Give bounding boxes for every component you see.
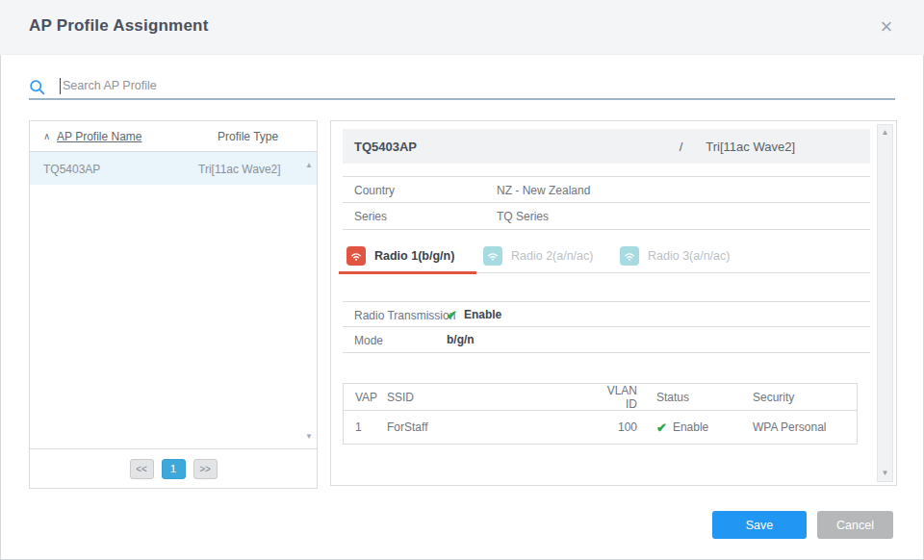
detail-title-bar: TQ5403AP / Tri[11ac Wave2] (343, 129, 870, 164)
pagination: << 1 >> (30, 448, 317, 488)
vap-cell: 1 (355, 420, 387, 434)
pagination-last-button[interactable]: >> (193, 459, 218, 479)
radio-setting-rows: Radio Transmission ✔ Enable Mode b/g/n (343, 301, 870, 353)
detail-info-rows: Country NZ - New Zealand Series TQ Serie… (343, 176, 870, 230)
column-header-vlan-id: VLAN ID (599, 384, 637, 411)
search-input[interactable] (63, 76, 852, 95)
check-icon: ✔ (656, 421, 667, 434)
search-icon (29, 79, 45, 99)
scroll-up-icon[interactable]: ▲ (882, 125, 889, 140)
vap-table-header: VAP SSID VLAN ID Status Security (344, 384, 857, 411)
detail-title-separator: / (680, 140, 683, 154)
profile-detail-panel: TQ5403AP / Tri[11ac Wave2] Country NZ - … (330, 120, 897, 486)
search-box (29, 73, 895, 100)
radio-transmission-status: Enable (464, 308, 501, 321)
profile-list-body: TQ5403AP Tri[11ac Wave2] ▲ ▼ (30, 152, 317, 448)
close-icon[interactable]: × (874, 13, 899, 40)
tab-radio-1[interactable]: Radio 1(b/g/n) (343, 240, 479, 272)
column-header-security: Security (753, 391, 857, 404)
scroll-down-icon[interactable]: ▼ (882, 466, 889, 481)
column-header-profile-type: Profile Type (218, 130, 278, 143)
detail-scrollbar[interactable]: ▲ ▼ (877, 124, 893, 482)
profile-type-cell: Tri[11ac Wave2] (198, 163, 281, 176)
profile-name-cell: TQ5403AP (43, 163, 100, 176)
series-value: TQ Series (497, 210, 549, 223)
mode-row: Mode b/g/n (343, 327, 870, 353)
wifi-icon (346, 246, 366, 266)
radio-transmission-value: ✔ Enable (447, 308, 501, 321)
tab-radio-2[interactable]: Radio 2(a/n/ac) (479, 240, 616, 272)
dialog-header: AP Profile Assignment × (0, 0, 924, 55)
column-header-ap-profile-name[interactable]: AP Profile Name (57, 130, 141, 143)
country-row: Country NZ - New Zealand (343, 176, 870, 203)
status-cell: ✔ Enable (656, 420, 753, 434)
country-value: NZ - New Zealand (497, 184, 590, 197)
scroll-up-icon[interactable]: ▲ (305, 162, 313, 169)
tab-radio-1-label: Radio 1(b/g/n) (374, 249, 454, 263)
tab-radio-3[interactable]: Radio 3(a/n/ac) (616, 240, 753, 272)
series-row: Series TQ Series (343, 203, 870, 230)
series-label: Series (354, 210, 387, 223)
profile-list-panel: ∧ AP Profile Name Profile Type TQ5403AP … (29, 120, 318, 489)
status-text: Enable (673, 420, 708, 434)
radio-transmission-row: Radio Transmission ✔ Enable (343, 301, 870, 327)
radio-tabs: Radio 1(b/g/n) Radio 2(a/n/ac) (343, 240, 870, 273)
page-title: AP Profile Assignment (29, 16, 209, 36)
radio-transmission-label: Radio Transmission (354, 309, 455, 322)
scroll-down-icon[interactable]: ▼ (305, 433, 313, 441)
vap-table: VAP SSID VLAN ID Status Security 1 ForSt… (343, 383, 858, 445)
detail-profile-name: TQ5403AP (354, 140, 680, 154)
tab-radio-2-label: Radio 2(a/n/ac) (511, 249, 593, 263)
country-label: Country (354, 184, 395, 197)
wifi-icon (483, 246, 502, 266)
pagination-first-button[interactable]: << (130, 459, 154, 479)
security-cell: WPA Personal (753, 420, 857, 434)
column-header-vap: VAP (355, 391, 387, 404)
save-button[interactable]: Save (712, 511, 807, 539)
vlan-id-cell: 100 (599, 420, 637, 434)
table-row-profile[interactable]: TQ5403AP Tri[11ac Wave2] (30, 152, 317, 185)
text-caret (60, 78, 61, 94)
sort-ascending-icon[interactable]: ∧ (43, 131, 50, 141)
table-row-vap: 1 ForStaff 100 ✔ Enable WPA Personal (344, 411, 857, 444)
ssid-cell: ForStaff (387, 420, 599, 434)
pagination-page-1-button[interactable]: 1 (162, 459, 186, 479)
cancel-button[interactable]: Cancel (817, 511, 893, 539)
check-icon: ✔ (447, 309, 457, 321)
column-header-status: Status (656, 391, 753, 404)
mode-value: b/g/n (447, 333, 475, 346)
tab-radio-3-label: Radio 3(a/n/ac) (648, 249, 730, 263)
column-header-ssid: SSID (387, 391, 599, 404)
mode-label: Mode (354, 334, 383, 347)
detail-profile-type: Tri[11ac Wave2] (706, 140, 795, 154)
profile-detail-content: TQ5403AP / Tri[11ac Wave2] Country NZ - … (343, 129, 870, 445)
wifi-icon (620, 246, 639, 266)
profile-list-header: ∧ AP Profile Name Profile Type (30, 121, 317, 152)
